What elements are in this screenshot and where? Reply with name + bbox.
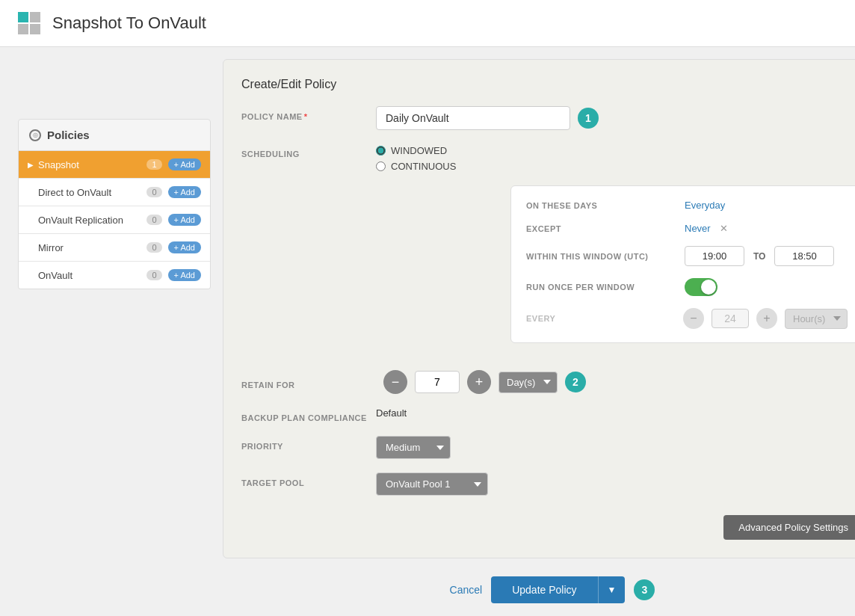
windowed-radio-label[interactable]: WINDOWED [376, 145, 456, 156]
add-onvault-button[interactable]: + Add [168, 269, 201, 281]
sidebar-item-snapshot[interactable]: ▶ Snapshot 1 + Add [19, 151, 210, 179]
windowed-radio[interactable] [376, 146, 386, 155]
within-window-label: WITHIN THIS WINDOW (UTC) [526, 252, 676, 261]
sidebar-item-label: Snapshot [38, 159, 146, 170]
continuous-radio-label[interactable]: CONTINUOUS [376, 161, 456, 172]
backup-plan-value: Default [376, 407, 407, 419]
retain-for-label: RETAIN FOR [241, 375, 376, 389]
scheduling-radio-group: WINDOWED CONTINUOUS [376, 144, 456, 172]
scheduling-control: WINDOWED CONTINUOUS [376, 144, 855, 172]
sidebar-item-label: Direct to OnVault [38, 187, 146, 198]
form-title: Create/Edit Policy [241, 78, 855, 91]
sidebar-item-count: 0 [146, 187, 161, 197]
backup-plan-label: BACKUP PLAN COMPLIANCE [241, 407, 376, 422]
sidebar: ◎ Policies ▶ Snapshot 1 + Add ▶ Direct t… [18, 119, 211, 289]
required-asterisk: * [304, 112, 308, 121]
add-onvault-replication-button[interactable]: + Add [168, 214, 201, 226]
policies-icon: ◎ [29, 129, 41, 141]
every-increment-button[interactable]: + [756, 308, 777, 329]
add-direct-onvault-button[interactable]: + Add [168, 186, 201, 198]
every-value-input[interactable] [712, 309, 749, 328]
logo-cell-1 [18, 12, 28, 22]
scheduling-label: SCHEDULING [241, 144, 376, 158]
cancel-link[interactable]: Cancel [450, 584, 483, 596]
run-once-label: RUN ONCE PER WINDOW [526, 283, 676, 292]
run-once-toggle[interactable] [685, 278, 717, 296]
sidebar-items-list: ▶ Snapshot 1 + Add ▶ Direct to OnVault 0… [18, 151, 211, 289]
update-btn-group: Update Policy ▼ [491, 576, 625, 603]
target-pool-select[interactable]: OnVault Pool 1 [376, 472, 488, 496]
continuous-radio[interactable] [376, 161, 386, 171]
page-title: Snapshot To OnVault [52, 13, 206, 33]
logo-cell-3 [18, 24, 28, 34]
sidebar-item-count: 0 [146, 215, 161, 225]
sidebar-item-label: OnVault [38, 270, 146, 281]
except-label: EXCEPT [526, 224, 676, 233]
app-header: Snapshot To OnVault [0, 0, 855, 47]
priority-select[interactable]: Medium [376, 436, 451, 459]
window-end-input[interactable] [774, 246, 834, 266]
sidebar-item-count: 0 [146, 270, 161, 280]
policy-name-label: POLICY NAME* [241, 106, 376, 121]
sidebar-item-onvault[interactable]: ▶ OnVault 0 + Add [19, 262, 210, 289]
retain-decrement-button[interactable]: − [383, 370, 407, 394]
sidebar-item-onvault-replication[interactable]: ▶ OnVault Replication 0 + Add [19, 206, 210, 234]
target-pool-row: TARGET POOL OnVault Pool 1 [241, 472, 855, 496]
except-clear-icon[interactable]: ✕ [720, 223, 728, 234]
update-policy-dropdown-button[interactable]: ▼ [598, 576, 626, 603]
window-to-label: TO [753, 251, 765, 262]
except-row: EXCEPT Never ✕ [526, 223, 848, 234]
target-pool-control: OnVault Pool 1 [376, 472, 855, 496]
on-these-days-label: ON THESE DAYS [526, 201, 676, 210]
bottom-bar: Cancel Update Policy ▼ 3 [223, 564, 855, 615]
scheduling-box: ON THESE DAYS Everyday EXCEPT Never ✕ WI… [510, 185, 855, 343]
retain-value-input[interactable] [415, 371, 460, 393]
logo-cell-4 [30, 24, 40, 34]
run-once-row: RUN ONCE PER WINDOW [526, 278, 848, 296]
scheduling-row: SCHEDULING WINDOWED CONTINUOUS [241, 144, 855, 172]
advanced-policy-settings-button[interactable]: Advanced Policy Settings [723, 515, 855, 540]
retain-unit-select[interactable]: Day(s) [499, 372, 558, 393]
step-1-badge: 1 [578, 108, 599, 129]
within-window-row: WITHIN THIS WINDOW (UTC) TO [526, 246, 848, 266]
form-card: Create/Edit Policy POLICY NAME* 1 SCHEDU… [223, 59, 855, 558]
priority-control: Medium [376, 436, 855, 459]
every-row: EVERY − + Hour(s) [526, 308, 848, 329]
sidebar-item-mirror[interactable]: ▶ Mirror 0 + Add [19, 234, 210, 262]
every-label: EVERY [526, 314, 676, 323]
sidebar-header: ◎ Policies [18, 119, 211, 151]
except-value[interactable]: Never [685, 223, 711, 234]
add-mirror-button[interactable]: + Add [168, 241, 201, 253]
arrow-icon: ▶ [28, 161, 34, 169]
step-2-badge: 2 [565, 372, 586, 392]
target-pool-label: TARGET POOL [241, 472, 376, 487]
update-policy-button[interactable]: Update Policy [491, 576, 597, 603]
sidebar-item-label: Mirror [38, 242, 146, 253]
priority-row: PRIORITY Medium [241, 436, 855, 459]
retain-increment-button[interactable]: + [467, 370, 491, 394]
app-logo [18, 12, 40, 34]
backup-plan-control: Default [376, 407, 855, 419]
priority-label: PRIORITY [241, 436, 376, 451]
sidebar-item-count: 1 [146, 159, 161, 170]
policy-name-input[interactable] [376, 106, 570, 130]
sidebar-item-label: OnVault Replication [38, 215, 146, 226]
on-these-days-row: ON THESE DAYS Everyday [526, 200, 848, 211]
step-3-badge: 3 [634, 579, 655, 600]
retain-control: − + Day(s) 2 [383, 370, 855, 394]
sidebar-item-count: 0 [146, 242, 161, 253]
center-panel: Create/Edit Policy POLICY NAME* 1 SCHEDU… [223, 59, 855, 615]
policy-name-row: POLICY NAME* 1 [241, 106, 855, 130]
sidebar-item-direct-onvault[interactable]: ▶ Direct to OnVault 0 + Add [19, 179, 210, 206]
policy-name-control: 1 [376, 106, 855, 130]
on-these-days-value[interactable]: Everyday [685, 200, 725, 211]
retain-for-row: RETAIN FOR − + Day(s) 2 [241, 370, 855, 394]
backup-plan-row: BACKUP PLAN COMPLIANCE Default [241, 407, 855, 422]
every-unit-select[interactable]: Hour(s) [785, 309, 848, 329]
windowed-label: WINDOWED [391, 145, 447, 156]
add-snapshot-button[interactable]: + Add [168, 158, 201, 170]
logo-cell-2 [30, 12, 40, 22]
window-start-input[interactable] [685, 246, 744, 266]
every-decrement-button[interactable]: − [683, 308, 704, 329]
continuous-label: CONTINUOUS [391, 161, 456, 172]
